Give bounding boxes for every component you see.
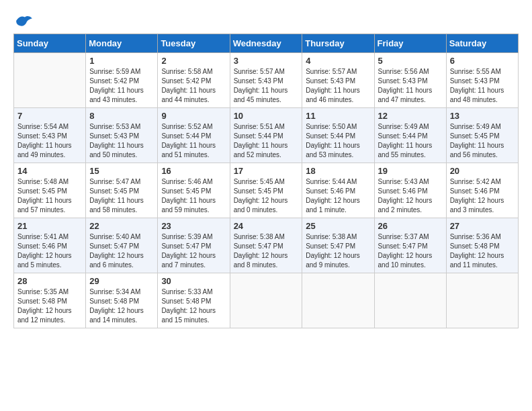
day-number: 13 — [450, 111, 515, 121]
calendar-day-cell — [446, 273, 518, 328]
day-info: Sunrise: 5:33 AM Sunset: 5:48 PM Dayligh… — [161, 287, 226, 325]
day-info: Sunrise: 5:49 AM Sunset: 5:44 PM Dayligh… — [378, 122, 443, 160]
day-number: 17 — [234, 166, 299, 176]
day-number: 12 — [378, 111, 443, 121]
day-info: Sunrise: 5:38 AM Sunset: 5:47 PM Dayligh… — [234, 232, 299, 270]
day-info: Sunrise: 5:55 AM Sunset: 5:43 PM Dayligh… — [450, 67, 515, 105]
calendar-day-cell: 9Sunrise: 5:52 AM Sunset: 5:44 PM Daylig… — [158, 108, 230, 163]
day-info: Sunrise: 5:59 AM Sunset: 5:42 PM Dayligh… — [89, 67, 154, 105]
day-info: Sunrise: 5:39 AM Sunset: 5:47 PM Dayligh… — [161, 232, 226, 270]
day-info: Sunrise: 5:34 AM Sunset: 5:48 PM Dayligh… — [89, 287, 154, 325]
calendar-day-cell: 16Sunrise: 5:46 AM Sunset: 5:45 PM Dayli… — [158, 163, 230, 218]
day-number: 24 — [234, 221, 299, 231]
day-number: 20 — [450, 166, 515, 176]
day-of-week-header: Monday — [86, 34, 158, 53]
calendar-day-cell: 6Sunrise: 5:55 AM Sunset: 5:43 PM Daylig… — [446, 53, 518, 108]
calendar-day-cell: 30Sunrise: 5:33 AM Sunset: 5:48 PM Dayli… — [158, 273, 230, 328]
day-info: Sunrise: 5:38 AM Sunset: 5:47 PM Dayligh… — [306, 232, 370, 270]
calendar-week-row: 14Sunrise: 5:48 AM Sunset: 5:45 PM Dayli… — [14, 163, 519, 218]
calendar-header-row: SundayMondayTuesdayWednesdayThursdayFrid… — [14, 34, 519, 53]
calendar-day-cell: 24Sunrise: 5:38 AM Sunset: 5:47 PM Dayli… — [230, 218, 302, 273]
calendar-day-cell: 11Sunrise: 5:50 AM Sunset: 5:44 PM Dayli… — [302, 108, 374, 163]
calendar-day-cell: 7Sunrise: 5:54 AM Sunset: 5:43 PM Daylig… — [14, 108, 86, 163]
day-info: Sunrise: 5:36 AM Sunset: 5:48 PM Dayligh… — [450, 232, 515, 270]
day-info: Sunrise: 5:42 AM Sunset: 5:46 PM Dayligh… — [450, 177, 515, 215]
calendar-day-cell: 4Sunrise: 5:57 AM Sunset: 5:43 PM Daylig… — [302, 53, 374, 108]
day-number: 8 — [89, 111, 154, 121]
day-of-week-header: Sunday — [14, 34, 86, 53]
day-info: Sunrise: 5:43 AM Sunset: 5:46 PM Dayligh… — [378, 177, 443, 215]
calendar-day-cell: 15Sunrise: 5:47 AM Sunset: 5:45 PM Dayli… — [86, 163, 158, 218]
calendar-day-cell: 27Sunrise: 5:36 AM Sunset: 5:48 PM Dayli… — [446, 218, 518, 273]
day-number: 25 — [306, 221, 370, 231]
logo-bird-icon — [15, 13, 34, 28]
day-info: Sunrise: 5:48 AM Sunset: 5:45 PM Dayligh… — [17, 177, 82, 215]
calendar-week-row: 7Sunrise: 5:54 AM Sunset: 5:43 PM Daylig… — [14, 108, 519, 163]
day-number: 4 — [306, 56, 370, 66]
calendar-week-row: 28Sunrise: 5:35 AM Sunset: 5:48 PM Dayli… — [14, 273, 519, 328]
day-number: 9 — [161, 111, 226, 121]
day-info: Sunrise: 5:50 AM Sunset: 5:44 PM Dayligh… — [306, 122, 370, 160]
calendar-week-row: 1Sunrise: 5:59 AM Sunset: 5:42 PM Daylig… — [14, 53, 519, 108]
page-header — [13, 13, 519, 28]
day-info: Sunrise: 5:53 AM Sunset: 5:43 PM Dayligh… — [89, 122, 154, 160]
day-number: 29 — [89, 276, 154, 286]
day-number: 21 — [17, 221, 82, 231]
calendar-day-cell: 8Sunrise: 5:53 AM Sunset: 5:43 PM Daylig… — [86, 108, 158, 163]
calendar-day-cell: 3Sunrise: 5:57 AM Sunset: 5:43 PM Daylig… — [230, 53, 302, 108]
day-number: 7 — [17, 111, 82, 121]
day-of-week-header: Tuesday — [158, 34, 230, 53]
day-info: Sunrise: 5:56 AM Sunset: 5:43 PM Dayligh… — [378, 67, 443, 105]
day-info: Sunrise: 5:49 AM Sunset: 5:45 PM Dayligh… — [450, 122, 515, 160]
calendar-day-cell: 18Sunrise: 5:44 AM Sunset: 5:46 PM Dayli… — [302, 163, 374, 218]
calendar-day-cell — [14, 53, 86, 108]
day-number: 28 — [17, 276, 82, 286]
calendar-table: SundayMondayTuesdayWednesdayThursdayFrid… — [13, 34, 519, 328]
calendar-day-cell: 29Sunrise: 5:34 AM Sunset: 5:48 PM Dayli… — [86, 273, 158, 328]
day-number: 10 — [234, 111, 299, 121]
day-info: Sunrise: 5:40 AM Sunset: 5:47 PM Dayligh… — [89, 232, 154, 270]
day-info: Sunrise: 5:57 AM Sunset: 5:43 PM Dayligh… — [234, 67, 299, 105]
day-info: Sunrise: 5:52 AM Sunset: 5:44 PM Dayligh… — [161, 122, 226, 160]
day-number: 14 — [17, 166, 82, 176]
day-of-week-header: Saturday — [446, 34, 518, 53]
calendar-day-cell: 17Sunrise: 5:45 AM Sunset: 5:45 PM Dayli… — [230, 163, 302, 218]
day-info: Sunrise: 5:47 AM Sunset: 5:45 PM Dayligh… — [89, 177, 154, 215]
calendar-day-cell: 28Sunrise: 5:35 AM Sunset: 5:48 PM Dayli… — [14, 273, 86, 328]
calendar-day-cell: 19Sunrise: 5:43 AM Sunset: 5:46 PM Dayli… — [374, 163, 446, 218]
day-number: 22 — [89, 221, 154, 231]
day-info: Sunrise: 5:35 AM Sunset: 5:48 PM Dayligh… — [17, 287, 82, 325]
day-number: 15 — [89, 166, 154, 176]
day-number: 30 — [161, 276, 226, 286]
calendar-day-cell: 12Sunrise: 5:49 AM Sunset: 5:44 PM Dayli… — [374, 108, 446, 163]
calendar-day-cell: 5Sunrise: 5:56 AM Sunset: 5:43 PM Daylig… — [374, 53, 446, 108]
calendar-day-cell: 14Sunrise: 5:48 AM Sunset: 5:45 PM Dayli… — [14, 163, 86, 218]
calendar-day-cell: 10Sunrise: 5:51 AM Sunset: 5:44 PM Dayli… — [230, 108, 302, 163]
calendar-day-cell: 25Sunrise: 5:38 AM Sunset: 5:47 PM Dayli… — [302, 218, 374, 273]
day-info: Sunrise: 5:46 AM Sunset: 5:45 PM Dayligh… — [161, 177, 226, 215]
logo — [13, 13, 34, 28]
calendar-day-cell: 1Sunrise: 5:59 AM Sunset: 5:42 PM Daylig… — [86, 53, 158, 108]
day-info: Sunrise: 5:58 AM Sunset: 5:42 PM Dayligh… — [161, 67, 226, 105]
day-number: 5 — [378, 56, 443, 66]
day-number: 6 — [450, 56, 515, 66]
calendar-day-cell — [302, 273, 374, 328]
day-number: 16 — [161, 166, 226, 176]
calendar-day-cell: 2Sunrise: 5:58 AM Sunset: 5:42 PM Daylig… — [158, 53, 230, 108]
calendar-day-cell: 26Sunrise: 5:37 AM Sunset: 5:47 PM Dayli… — [374, 218, 446, 273]
calendar-day-cell — [230, 273, 302, 328]
day-number: 3 — [234, 56, 299, 66]
day-number: 2 — [161, 56, 226, 66]
day-info: Sunrise: 5:41 AM Sunset: 5:46 PM Dayligh… — [17, 232, 82, 270]
day-number: 23 — [161, 221, 226, 231]
day-number: 19 — [378, 166, 443, 176]
day-info: Sunrise: 5:44 AM Sunset: 5:46 PM Dayligh… — [306, 177, 370, 215]
day-info: Sunrise: 5:54 AM Sunset: 5:43 PM Dayligh… — [17, 122, 82, 160]
calendar-week-row: 21Sunrise: 5:41 AM Sunset: 5:46 PM Dayli… — [14, 218, 519, 273]
day-number: 18 — [306, 166, 370, 176]
calendar-day-cell: 22Sunrise: 5:40 AM Sunset: 5:47 PM Dayli… — [86, 218, 158, 273]
calendar-day-cell: 13Sunrise: 5:49 AM Sunset: 5:45 PM Dayli… — [446, 108, 518, 163]
day-of-week-header: Thursday — [302, 34, 374, 53]
day-of-week-header: Wednesday — [230, 34, 302, 53]
calendar-day-cell — [374, 273, 446, 328]
